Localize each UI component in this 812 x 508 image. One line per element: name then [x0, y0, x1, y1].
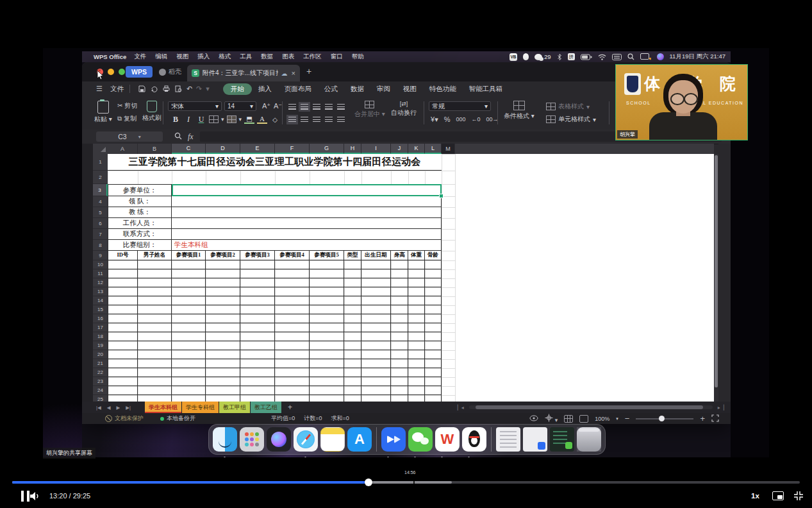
row-header-23[interactable]: 23 — [93, 377, 108, 386]
progress-bar[interactable] — [12, 481, 800, 484]
row-header-1[interactable]: 1 — [93, 154, 108, 171]
copy-button[interactable]: ⧉ 复制 — [117, 114, 137, 123]
exit-fullscreen-button[interactable] — [793, 491, 804, 504]
grid-cell[interactable] — [275, 341, 310, 350]
row-header-20[interactable]: 20 — [93, 350, 108, 359]
picture-in-picture-button[interactable] — [772, 491, 784, 500]
column-header-M[interactable]: M — [442, 144, 455, 154]
grid-cell[interactable] — [344, 386, 361, 395]
grid-cell[interactable] — [344, 377, 361, 386]
conditional-format-button[interactable]: 条件格式 ▾ — [504, 101, 534, 121]
grid-cell[interactable] — [108, 269, 138, 278]
ribbon-tab-视图[interactable]: 视图 — [397, 83, 423, 95]
column-header-B[interactable]: B — [138, 144, 172, 154]
decrease-font-icon[interactable]: A⁻ — [274, 102, 282, 110]
font-name-select[interactable]: 宋体▾ — [168, 101, 222, 111]
grid-cell[interactable] — [138, 350, 172, 359]
font-size-select[interactable]: 14▾ — [224, 101, 256, 111]
grid-cell[interactable] — [138, 278, 172, 287]
dock-minimized-window-2[interactable] — [523, 427, 547, 452]
form-value-cell[interactable]: 学生本科组 — [172, 240, 442, 251]
grid-cell[interactable] — [206, 386, 240, 395]
grid-cell[interactable] — [408, 377, 425, 386]
grid-cell[interactable] — [206, 377, 240, 386]
row-header-2[interactable]: 2 — [93, 171, 108, 184]
status-icon-wechat[interactable]: 29 — [534, 53, 551, 60]
font-color-icon[interactable]: A — [257, 115, 267, 124]
grid-cell[interactable] — [361, 377, 391, 386]
new-tab-button[interactable]: + — [306, 67, 311, 76]
grid-cell[interactable] — [108, 323, 138, 332]
ribbon-tab-插入[interactable]: 插入 — [252, 83, 278, 95]
row-header-9[interactable]: 9 — [93, 251, 108, 260]
grid-cell[interactable] — [172, 386, 206, 395]
menubar-clock[interactable]: 11月19日 周六 21:47 — [670, 53, 725, 61]
grid-cell[interactable] — [425, 332, 442, 341]
grid-cell[interactable] — [275, 332, 310, 341]
decrease-indent-icon[interactable] — [325, 104, 333, 110]
row-header-13[interactable]: 13 — [93, 287, 108, 296]
grid-cell[interactable] — [344, 260, 361, 269]
menubar-menu-视图[interactable]: 视图 — [176, 53, 188, 61]
row-header-11[interactable]: 11 — [93, 269, 108, 278]
grid-cell[interactable] — [240, 305, 275, 314]
grid-cell[interactable] — [206, 341, 240, 350]
hamburger-menu-icon[interactable]: ☰ — [96, 85, 103, 93]
grid-cell[interactable] — [344, 287, 361, 296]
grid-cell[interactable] — [310, 287, 344, 296]
grid-cell[interactable] — [425, 287, 442, 296]
zoom-formula-icon[interactable] — [174, 132, 182, 141]
column-header-F[interactable]: F — [275, 144, 310, 154]
status-icon-battery[interactable] — [581, 54, 592, 60]
grid-cell[interactable] — [138, 341, 172, 350]
fx-icon[interactable]: fx — [188, 132, 194, 142]
increase-font-icon[interactable]: A⁺ — [262, 102, 270, 110]
row-header-21[interactable]: 21 — [93, 359, 108, 368]
table-header-cell[interactable]: 男子姓名 — [138, 251, 172, 260]
zoom-out-icon[interactable]: − — [625, 414, 630, 423]
document-protect-status[interactable]: 文档未保护 — [105, 414, 144, 423]
grid-cell[interactable] — [361, 269, 391, 278]
grid-cell[interactable] — [361, 341, 391, 350]
row-header-17[interactable]: 17 — [93, 323, 108, 332]
grid-cell[interactable] — [275, 377, 310, 386]
grid-cell[interactable] — [344, 332, 361, 341]
form-value-cell[interactable] — [172, 229, 442, 240]
column-header-C[interactable]: C — [172, 144, 206, 154]
grid-cell[interactable] — [408, 287, 425, 296]
form-label-cell[interactable]: 参赛单位： — [108, 184, 172, 196]
output-icon[interactable] — [150, 85, 158, 93]
status-icon-search[interactable] — [627, 53, 634, 60]
grid-cell[interactable] — [240, 350, 275, 359]
grid-cell[interactable] — [108, 368, 138, 377]
grid-cell[interactable] — [391, 386, 408, 395]
pan-mode-icon[interactable]: ▾ — [545, 414, 558, 423]
table-header-cell[interactable]: ID号 — [108, 251, 138, 260]
grid-cell[interactable] — [310, 260, 344, 269]
status-icon-input-pinyin[interactable]: 拼 — [568, 53, 575, 60]
paste-button[interactable]: 粘贴 ▾ — [94, 101, 112, 124]
menubar-menu-窗口[interactable]: 窗口 — [331, 53, 343, 61]
grid-cell[interactable] — [425, 305, 442, 314]
column-header-H[interactable]: H — [344, 144, 361, 154]
column-header-K[interactable]: K — [408, 144, 425, 154]
grid-cell[interactable] — [361, 314, 391, 323]
menubar-menu-编辑[interactable]: 编辑 — [155, 53, 167, 61]
dock-finder-icon[interactable] — [213, 427, 237, 452]
grid-cell[interactable] — [310, 314, 344, 323]
grid-cell[interactable] — [344, 359, 361, 368]
grid-cell[interactable] — [172, 359, 206, 368]
grid-cell[interactable] — [408, 386, 425, 395]
grid-cell[interactable] — [138, 359, 172, 368]
status-icon-qq[interactable] — [523, 53, 529, 60]
sheet-tab-教工乙组[interactable]: 教工乙组 — [251, 402, 281, 413]
grid-cell[interactable] — [206, 350, 240, 359]
grid-cell[interactable] — [206, 368, 240, 377]
row-header-19[interactable]: 19 — [93, 341, 108, 350]
tab-document-active[interactable]: S 附件4：三亚学...线下项目报名表 ☁ × — [187, 65, 300, 81]
grid-cell[interactable] — [344, 296, 361, 305]
horizontal-scrollbar-thumb[interactable] — [476, 405, 703, 409]
grid-cell[interactable] — [240, 341, 275, 350]
grid-cell[interactable] — [172, 314, 206, 323]
fill-color-icon[interactable] — [227, 115, 236, 123]
